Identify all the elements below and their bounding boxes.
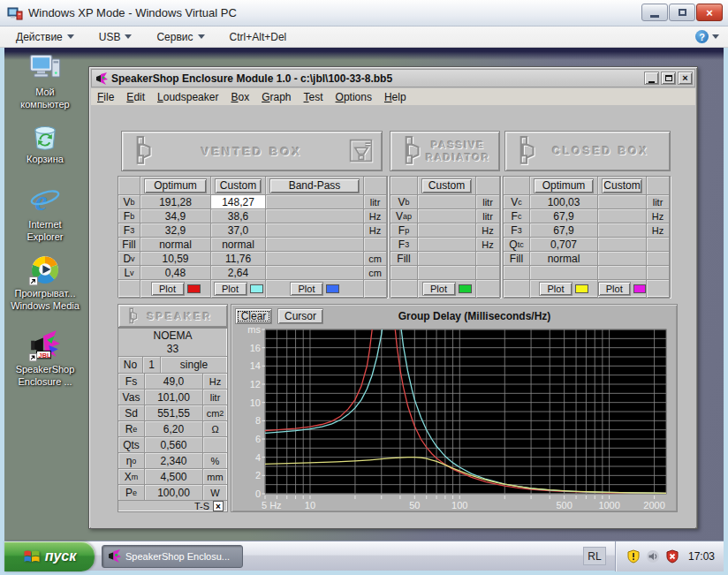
desktop-icon-internet-explorer[interactable]: eInternet Explorer xyxy=(4,184,86,244)
pr-value-cell[interactable] xyxy=(418,266,476,280)
closed-value-cell[interactable]: 100,03 xyxy=(530,195,598,209)
pr-custom-button[interactable]: Custom xyxy=(421,178,472,193)
desktop-icon-recycle-bin[interactable]: Корзина xyxy=(4,118,86,166)
pr-value-cell[interactable] xyxy=(418,209,476,223)
vented-value-cell[interactable]: 10,59 xyxy=(140,252,211,266)
closed-value-cell[interactable]: 67,9 xyxy=(530,223,598,238)
speaker-value-cell[interactable]: 551,55 xyxy=(145,405,203,421)
vented-value-cell[interactable]: 32,9 xyxy=(140,223,211,238)
closed-optimum-button[interactable]: Optimum xyxy=(534,178,594,193)
vented-value-cell[interactable]: 38,6 xyxy=(211,209,266,223)
closed-custom-button[interactable]: Custom xyxy=(602,178,642,193)
vented-custom-button[interactable]: Custom xyxy=(215,178,262,193)
ts-checkbox[interactable]: × xyxy=(213,501,224,511)
app-menu-help[interactable]: Help xyxy=(378,91,413,103)
vented-header-cell: Custom xyxy=(211,177,266,195)
app-menu-box[interactable]: Box xyxy=(224,91,255,103)
speaker-count-value[interactable]: 1 xyxy=(143,357,161,374)
app-titlebar[interactable]: SpeakerShop Enclosure Module 1.0 - c:\jb… xyxy=(91,69,695,87)
volume-icon[interactable] xyxy=(646,549,660,564)
app-menu-graph[interactable]: Graph xyxy=(255,91,297,103)
vented-plot-button-3[interactable]: Plot xyxy=(290,282,323,296)
vented-box-header: VENTED BOX xyxy=(121,131,383,171)
vm-maximize-button[interactable] xyxy=(669,4,695,21)
vented-plot-button-2[interactable]: Plot xyxy=(214,282,247,296)
closed-value-cell[interactable] xyxy=(598,266,647,280)
vm-help-menu[interactable]: ? xyxy=(695,30,719,43)
speaker-value-cell[interactable]: 49,0 xyxy=(145,374,203,390)
app-menu-loudspeaker[interactable]: Loudspeaker xyxy=(151,91,224,103)
pr-plot-button-1[interactable]: Plot xyxy=(422,282,456,296)
speaker-value-cell[interactable]: 101,00 xyxy=(145,390,203,405)
taskbar-task-speakershop[interactable]: SpeakerShop Enclosu... xyxy=(102,545,243,568)
vm-menu-1[interactable]: Действие xyxy=(7,28,83,46)
pr-value-cell[interactable] xyxy=(418,252,476,266)
vm-titlebar[interactable]: Windows XP Mode - Windows Virtual PC × xyxy=(0,0,728,26)
speaker-mode-value[interactable]: single xyxy=(161,357,227,374)
vm-menubar: ДействиеUSBСервисCtrl+Alt+Del xyxy=(0,26,728,48)
closed-value-cell[interactable]: 0,707 xyxy=(530,238,598,252)
language-indicator[interactable]: RL xyxy=(583,547,606,565)
desktop-icon-windows-media-player[interactable]: Проигрыват... Windows Media xyxy=(4,253,86,313)
app-menu-options[interactable]: Options xyxy=(330,91,378,103)
vented-value-cell[interactable]: 37,0 xyxy=(211,223,266,238)
antivirus-icon[interactable] xyxy=(665,549,679,564)
app-maximize-button[interactable] xyxy=(661,72,676,85)
app-menu-file[interactable]: File xyxy=(91,91,120,103)
closed-value-cell[interactable]: 67,9 xyxy=(530,209,598,223)
desktop-icon-label: Проигрыват... Windows Media xyxy=(4,288,86,313)
vented-value-cell[interactable]: normal xyxy=(140,238,211,252)
vm-menu-4[interactable]: Ctrl+Alt+Del xyxy=(221,28,296,46)
start-button[interactable]: пуск xyxy=(4,541,95,571)
vm-menu-3[interactable]: Сервис xyxy=(148,28,213,46)
desktop-icon-my-computer[interactable]: Мой компьютер xyxy=(4,51,86,111)
vented-bandpass-button[interactable]: Band-Pass xyxy=(269,178,360,193)
closed-plot-button-2[interactable]: Plot xyxy=(598,282,631,296)
closed-value-cell[interactable] xyxy=(530,266,598,280)
vented-value-cell[interactable]: 11,76 xyxy=(211,252,266,266)
app-menu-edit[interactable]: Edit xyxy=(120,91,151,103)
speaker-value-cell[interactable]: 4,500 xyxy=(145,469,203,485)
security-alert-icon[interactable] xyxy=(626,549,641,564)
vented-value-cell[interactable]: 34,9 xyxy=(140,209,211,223)
app-minimize-button[interactable] xyxy=(644,72,659,85)
speaker-value-cell[interactable]: 6,20 xyxy=(145,421,203,437)
vented-value-cell[interactable]: 2,64 xyxy=(211,266,266,280)
closed-value-cell[interactable] xyxy=(598,223,647,238)
pr-value-cell[interactable] xyxy=(418,238,476,252)
app-close-button[interactable]: × xyxy=(678,72,693,85)
closed-value-cell[interactable] xyxy=(598,238,647,252)
closed-value-cell[interactable]: normal xyxy=(530,252,598,266)
speaker-param-label: Fs xyxy=(118,374,145,390)
vented-value-cell[interactable]: normal xyxy=(211,238,266,252)
pr-value-cell[interactable] xyxy=(418,223,476,238)
app-menu-test[interactable]: Test xyxy=(298,91,330,103)
pr-value-cell[interactable] xyxy=(418,195,476,209)
vented-value-cell[interactable] xyxy=(266,223,364,238)
vented-value-cell[interactable] xyxy=(266,238,364,252)
speaker-value-cell[interactable]: 2,340 xyxy=(145,453,203,469)
vented-plot-cell: Plot xyxy=(266,280,364,299)
closed-plot-button-1[interactable]: Plot xyxy=(539,282,573,296)
vented-optimum-button[interactable]: Optimum xyxy=(144,178,207,193)
closed-value-cell[interactable] xyxy=(598,209,647,223)
vented-value-cell[interactable] xyxy=(266,266,364,280)
vm-minimize-button[interactable] xyxy=(641,4,668,21)
desktop-icon-speakershop[interactable]: JBLSpeakerShop Enclosure ... xyxy=(4,329,86,389)
vented-value-cell[interactable] xyxy=(266,195,364,209)
group-delay-plot[interactable]: 0246810121416ms5 Hz105010050010002000 xyxy=(231,328,677,511)
speaker-value-cell[interactable]: 0,560 xyxy=(145,437,203,453)
speaker-value-cell[interactable]: 100,00 xyxy=(145,485,203,501)
clear-button[interactable]: Clear xyxy=(235,308,272,324)
cursor-button[interactable]: Cursor xyxy=(277,308,323,324)
vented-value-cell[interactable]: 0,48 xyxy=(140,266,211,280)
vented-value-cell[interactable]: 148,27 xyxy=(211,195,266,209)
vented-value-cell[interactable] xyxy=(266,252,364,266)
vented-value-cell[interactable] xyxy=(266,209,364,223)
vented-plot-button-1[interactable]: Plot xyxy=(151,282,185,296)
vented-value-cell[interactable]: 191,28 xyxy=(140,195,211,209)
vm-menu-2[interactable]: USB xyxy=(90,28,141,46)
vm-close-button[interactable]: × xyxy=(696,4,723,21)
closed-value-cell[interactable] xyxy=(598,252,647,266)
closed-value-cell[interactable] xyxy=(598,195,647,209)
